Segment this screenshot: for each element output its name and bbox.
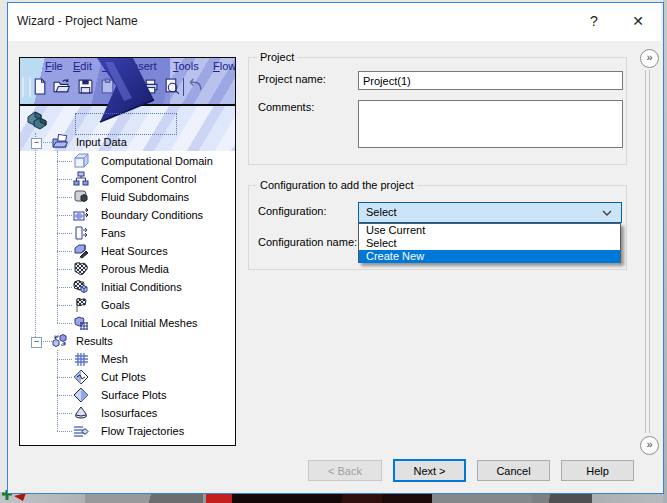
- chevron-expand-top-button[interactable]: »: [640, 49, 659, 68]
- tree-root-rename-box[interactable]: [75, 113, 177, 135]
- decor-menu-flow: Flow: [213, 60, 235, 72]
- tree-item-label: Isosurfaces: [101, 404, 157, 422]
- chevron-down-icon: [602, 210, 612, 216]
- project-name-label: Project name:: [258, 73, 326, 85]
- configuration-label: Configuration:: [258, 205, 327, 217]
- tree-connector: [57, 431, 72, 432]
- input-data-icon: [52, 134, 68, 150]
- decor-menu-tools: Tools: [173, 60, 199, 72]
- tree-item-label: Porous Media: [101, 260, 169, 278]
- tree-connector: [57, 350, 58, 431]
- dropdown-option-select[interactable]: Select: [359, 237, 620, 250]
- dropdown-option-create-new[interactable]: Create New: [359, 250, 620, 263]
- title-bar: Wizard - Project Name ? ✕: [8, 3, 661, 41]
- goals-icon: [73, 297, 89, 313]
- tree-item-label: Goals: [101, 296, 130, 314]
- flow-trajectories-icon: [73, 423, 89, 439]
- tree-item-label: Cut Plots: [101, 368, 146, 386]
- initial-conditions-icon: [73, 279, 89, 295]
- tree-item-label: Local Initial Meshes: [101, 314, 198, 332]
- tree-connector: [57, 233, 72, 234]
- tree-connector: [57, 395, 72, 396]
- new-document-icon: [31, 78, 48, 95]
- close-button[interactable]: ✕: [629, 11, 647, 31]
- tree-connector: [57, 251, 72, 252]
- tree-connector: [57, 359, 72, 360]
- tree-item-label: Boundary Conditions: [101, 206, 203, 224]
- component-control-icon: [73, 171, 89, 187]
- tree-connector: [57, 197, 72, 198]
- tree-item-label: Fans: [101, 224, 125, 242]
- project-name-input[interactable]: [358, 71, 623, 90]
- configuration-combobox-value: Select: [366, 206, 397, 218]
- configuration-group-title: Configuration to add the project: [257, 179, 417, 191]
- tree-item-label: Computational Domain: [101, 152, 213, 170]
- tree-item-label: Flow Trajectories: [101, 422, 184, 440]
- toolbar-separator-2: [183, 78, 184, 96]
- undo-icon: [187, 78, 204, 95]
- tree-connector: [57, 377, 72, 378]
- configuration-combobox[interactable]: Select: [358, 202, 622, 223]
- side-track-line: [645, 70, 646, 433]
- back-button[interactable]: < Back: [308, 460, 382, 481]
- wizard-tree-panel: File Edit View Insert Tools Flow: [19, 57, 236, 446]
- chevron-expand-bottom-button[interactable]: »: [640, 436, 659, 455]
- open-folder-icon: [53, 78, 70, 95]
- project-part-icon: [26, 108, 48, 132]
- tree-connector: [57, 179, 72, 180]
- cancel-button[interactable]: Cancel: [477, 460, 550, 481]
- tree-item-label: Input Data: [76, 133, 127, 151]
- wizard-dialog: Wizard - Project Name ? ✕ File Edit View…: [7, 2, 664, 494]
- tree-item-label: Component Control: [101, 170, 196, 188]
- tree-item-label: Mesh: [101, 350, 128, 368]
- tree-connector: [57, 413, 72, 414]
- porous-media-icon: [73, 261, 89, 277]
- tree-item-label: Heat Sources: [101, 242, 168, 260]
- boundary-conditions-icon: [73, 207, 89, 223]
- isosurfaces-icon: [73, 405, 89, 421]
- tree-connector: [35, 133, 36, 341]
- tree-connector: [57, 287, 72, 288]
- computational-domain-icon: [73, 153, 89, 169]
- decor-menu-file: File: [45, 60, 63, 72]
- mesh-icon: [73, 351, 89, 367]
- dropdown-option-use-current[interactable]: Use Current: [359, 224, 620, 237]
- toolbar-grip: [22, 77, 31, 97]
- tree-item-label: Results: [76, 332, 113, 350]
- heat-sources-icon: [73, 243, 89, 259]
- surface-plots-icon: [73, 387, 89, 403]
- comments-label: Comments:: [258, 101, 314, 113]
- collapse-toggle-results[interactable]: −: [31, 337, 42, 348]
- tree-connector: [57, 305, 72, 306]
- project-group-title: Project: [257, 51, 297, 63]
- tree-connector: [57, 269, 72, 270]
- configuration-name-label: Configuration name:: [258, 236, 357, 248]
- tree-item-label: Initial Conditions: [101, 278, 182, 296]
- results-icon: [52, 333, 68, 349]
- fluid-subdomains-icon: [73, 189, 89, 205]
- tree-connector: [57, 323, 72, 324]
- fans-icon: [73, 225, 89, 241]
- collapse-toggle-input-data[interactable]: −: [31, 138, 42, 149]
- local-initial-meshes-icon: [73, 315, 89, 331]
- cut-plots-icon: [73, 369, 89, 385]
- tree-item-label: Fluid Subdomains: [101, 188, 189, 206]
- help-button[interactable]: Help: [561, 460, 634, 481]
- window-title: Wizard - Project Name: [17, 14, 138, 28]
- tree-connector: [57, 151, 58, 323]
- help-titlebar-button[interactable]: ?: [585, 11, 603, 31]
- tree-connector: [57, 215, 72, 216]
- comments-textarea[interactable]: [358, 100, 623, 148]
- screenshot-root: Wizard - Project Name ? ✕ File Edit View…: [0, 0, 667, 503]
- configuration-dropdown-list: Use Current Select Create New: [358, 223, 621, 263]
- tree-connector: [57, 161, 72, 162]
- side-track-line: [649, 70, 650, 433]
- next-button[interactable]: Next >: [393, 459, 466, 482]
- tree-item-label: Surface Plots: [101, 386, 166, 404]
